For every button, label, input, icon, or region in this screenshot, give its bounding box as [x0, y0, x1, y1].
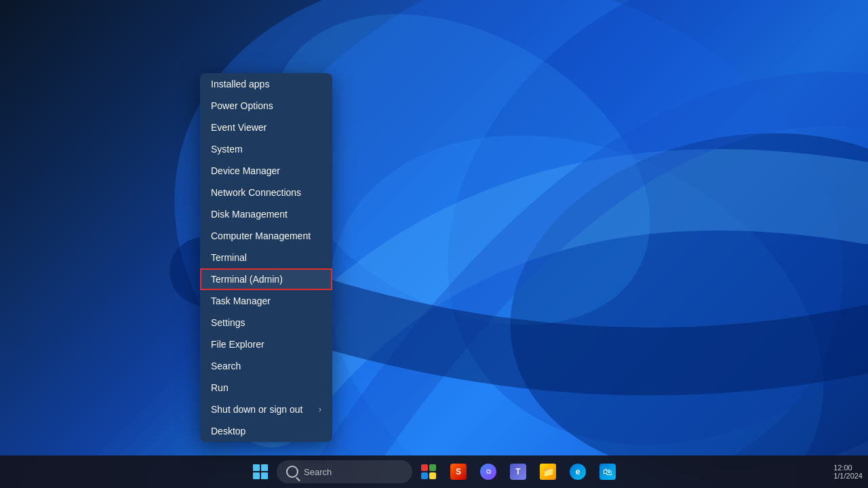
menu-item-file-explorer[interactable]: File Explorer [200, 333, 332, 355]
menu-item-network-connections[interactable]: Network Connections [200, 182, 332, 203]
menu-item-terminal[interactable]: Terminal [200, 247, 332, 268]
menu-item-event-viewer[interactable]: Event Viewer [200, 117, 332, 138]
menu-item-terminal-admin[interactable]: Terminal (Admin) [200, 268, 332, 290]
menu-item-system[interactable]: System [200, 138, 332, 160]
taskbar: Search S ⧉ [0, 455, 868, 488]
file-explorer-icon: 📁 [540, 464, 556, 480]
menu-item-desktop[interactable]: Desktop [200, 420, 332, 442]
menu-label-task-manager: Task Manager [211, 296, 271, 306]
menu-item-power-options[interactable]: Power Options [200, 95, 332, 117]
desktop: Installed appsPower OptionsEvent ViewerS… [0, 0, 868, 488]
menu-label-settings: Settings [211, 317, 245, 328]
menu-label-terminal-admin: Terminal (Admin) [211, 274, 283, 285]
search-label: Search [304, 467, 332, 477]
edge-button[interactable]: e [564, 458, 591, 485]
menu-item-shut-down[interactable]: Shut down or sign out› [200, 399, 332, 420]
search-icon [286, 466, 298, 478]
menu-label-run: Run [211, 382, 229, 393]
menu-item-search[interactable]: Search [200, 355, 332, 377]
menu-item-settings[interactable]: Settings [200, 312, 332, 333]
menu-label-event-viewer: Event Viewer [211, 122, 267, 133]
defender-button[interactable]: S [445, 458, 472, 485]
edge-icon: e [570, 464, 586, 480]
context-menu: Installed appsPower OptionsEvent ViewerS… [200, 73, 332, 442]
menu-label-search: Search [211, 361, 241, 371]
taskview-icon: ⧉ [480, 464, 496, 480]
file-explorer-button[interactable]: 📁 [534, 458, 561, 485]
taskbar-center: Search S ⧉ [247, 458, 621, 485]
svg-point-4 [483, 97, 868, 488]
menu-item-computer-management[interactable]: Computer Management [200, 225, 332, 247]
menu-label-file-explorer: File Explorer [211, 339, 264, 350]
system-time: 12:001/1/2024 [833, 464, 863, 480]
menu-item-device-manager[interactable]: Device Manager [200, 160, 332, 182]
system-tray: 12:001/1/2024 [833, 464, 863, 480]
teams-button[interactable]: T [505, 458, 532, 485]
svg-point-3 [262, 58, 868, 488]
search-bar[interactable]: Search [277, 460, 412, 483]
taskview-button[interactable]: ⧉ [475, 458, 502, 485]
submenu-arrow-icon: › [319, 405, 321, 414]
teams-icon: T [510, 464, 526, 480]
svg-point-2 [354, 0, 868, 488]
defender-icon: S [450, 464, 467, 480]
menu-label-shut-down: Shut down or sign out [211, 404, 302, 415]
menu-item-installed-apps[interactable]: Installed apps [200, 73, 332, 95]
menu-label-system: System [211, 144, 243, 155]
store-button[interactable]: 🛍 [594, 458, 621, 485]
start-button[interactable] [247, 458, 274, 485]
menu-label-disk-management: Disk Management [211, 209, 288, 220]
menu-label-power-options: Power Options [211, 100, 273, 111]
menu-item-task-manager[interactable]: Task Manager [200, 290, 332, 312]
menu-label-computer-management: Computer Management [211, 230, 311, 241]
menu-label-network-connections: Network Connections [211, 187, 301, 198]
store-icon: 🛍 [599, 464, 616, 480]
menu-label-device-manager: Device Manager [211, 165, 280, 176]
menu-item-run[interactable]: Run [200, 377, 332, 399]
menu-label-desktop: Desktop [211, 426, 245, 436]
menu-item-disk-management[interactable]: Disk Management [200, 203, 332, 225]
menu-label-terminal: Terminal [211, 252, 247, 263]
widgets-button[interactable] [415, 458, 442, 485]
menu-label-installed-apps: Installed apps [211, 79, 269, 89]
windows-icon [253, 464, 268, 479]
widgets-icon [421, 464, 436, 479]
